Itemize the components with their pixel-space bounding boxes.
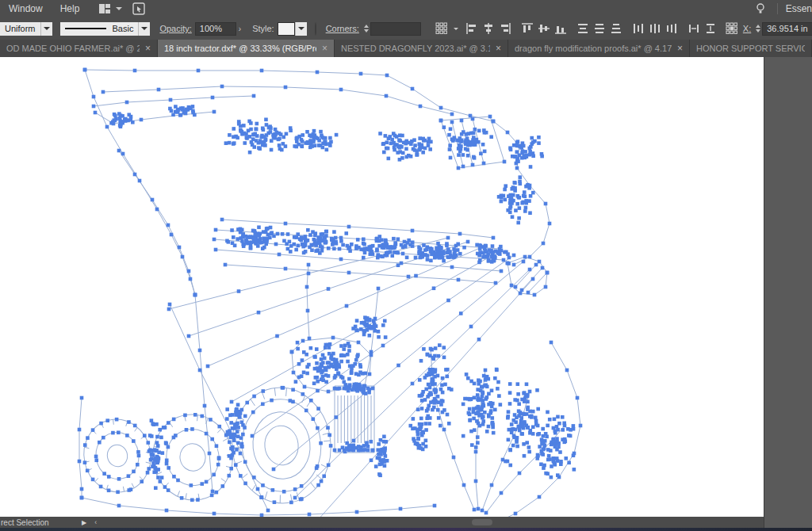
workspace-name-label[interactable]: Essen [786, 3, 812, 14]
scrollbar-left-arrow-icon[interactable]: ‹ [94, 518, 97, 526]
menu-bar: Window Help Essen [0, 0, 812, 18]
align-group [464, 22, 514, 35]
opacity-label[interactable]: Opacity: [159, 24, 191, 33]
stroke-preview [65, 28, 106, 29]
distribute-left-icon[interactable] [632, 22, 645, 35]
distribute-right-icon[interactable] [665, 22, 679, 35]
tractor-wireframe-artwork[interactable] [0, 57, 764, 517]
opacity-menu-arrow[interactable]: › [239, 25, 241, 33]
distribute-bottom-icon[interactable] [610, 22, 623, 35]
document-tab-bar: OD MADE OHIO FARMER.ai* @ 25% (RGB/...× … [0, 40, 812, 57]
align-vertical-group [519, 22, 569, 35]
distribute-spacing-group [686, 22, 719, 35]
control-options-bar: Uniform Basic Opacity: 100% › Style: Cor… [0, 17, 812, 40]
close-icon[interactable]: × [145, 43, 151, 54]
align-v-center-icon[interactable] [538, 22, 551, 35]
chevron-down-icon [454, 28, 458, 30]
chevron-down-icon [40, 22, 52, 36]
close-icon[interactable]: × [677, 43, 683, 54]
document-setup-globe-icon[interactable] [315, 22, 316, 36]
brush-definition-select[interactable]: Basic [52, 22, 151, 36]
x-field[interactable]: 36.9514 in [762, 22, 812, 36]
align-h-center-icon[interactable] [482, 22, 496, 35]
reference-point-icon[interactable] [726, 22, 738, 35]
corners-label[interactable]: Corners: [326, 24, 359, 33]
opacity-field[interactable]: 100% [195, 22, 236, 36]
variable-width-select[interactable]: Uniform [0, 22, 52, 36]
status-bar: rect Selection ▶ ‹ [0, 517, 764, 528]
close-icon[interactable]: × [322, 43, 327, 54]
style-swatch [278, 22, 295, 36]
variable-width-value: Uniform [0, 22, 40, 36]
tab-nested-dragonfly[interactable]: NESTED DRAGONFLY 2023.ai* @ 3.12% (RG...… [335, 40, 508, 57]
chevron-down-icon [116, 7, 122, 10]
corners-field[interactable] [370, 22, 421, 36]
style-label: Style: [252, 24, 274, 33]
distribute-v-center-icon[interactable] [593, 22, 607, 35]
x-label: X: [743, 24, 751, 33]
taskbar-edge-strip [0, 528, 812, 531]
distribute-horizontal-group [630, 22, 680, 35]
style-select[interactable] [274, 22, 307, 36]
align-bottom-icon[interactable] [554, 22, 568, 35]
align-right-icon[interactable] [499, 22, 512, 35]
distribute-h-spacing-icon[interactable] [688, 22, 701, 35]
touch-workspace-button[interactable] [130, 2, 147, 15]
brush-definition-value: Basic [113, 24, 134, 33]
align-top-icon[interactable] [521, 22, 534, 35]
horizontal-scrollbar-thumb[interactable] [472, 519, 492, 525]
chevron-down-icon [295, 22, 307, 36]
panel-dock-gutter [764, 57, 812, 528]
align-left-icon[interactable] [465, 22, 479, 35]
distribute-v-spacing-icon[interactable] [704, 22, 718, 35]
x-stepper[interactable] [756, 25, 760, 32]
artboard-canvas[interactable] [0, 57, 764, 517]
menu-window[interactable]: Window [0, 0, 52, 17]
workspace-switcher[interactable] [96, 2, 122, 15]
distribute-top-icon[interactable] [576, 22, 590, 35]
tab-18-inch-tractor[interactable]: 18 inch tractor.dxf* @ 33.33% (RGB/Previ… [158, 40, 335, 57]
tab-honor-support[interactable]: HONOR SUPPORT SERVICE.ai @ 8.33% (CMY [690, 40, 812, 57]
distribute-h-center-icon[interactable] [649, 22, 662, 35]
chevron-down-icon [138, 22, 150, 36]
tab-dragonfly-proofs[interactable]: dragon fly modification proofs.ai* @ 4.1… [508, 40, 690, 57]
menu-help[interactable]: Help [52, 0, 89, 17]
status-expand-arrow-icon[interactable]: ▶ [82, 519, 86, 526]
corners-stepper[interactable] [364, 25, 369, 32]
current-tool-indicator[interactable]: rect Selection [0, 517, 71, 528]
touch-workspace-icon [132, 2, 145, 15]
document-grid-icon[interactable] [435, 22, 449, 35]
close-icon[interactable]: × [496, 43, 501, 54]
divider [777, 3, 778, 14]
align-to-group [434, 22, 458, 35]
distribute-vertical-group [575, 22, 625, 35]
discover-lightbulb-icon[interactable] [754, 2, 768, 15]
workspace-switcher-icon [98, 2, 111, 15]
tab-ohio-farmer[interactable]: OD MADE OHIO FARMER.ai* @ 25% (RGB/...× [0, 40, 158, 57]
